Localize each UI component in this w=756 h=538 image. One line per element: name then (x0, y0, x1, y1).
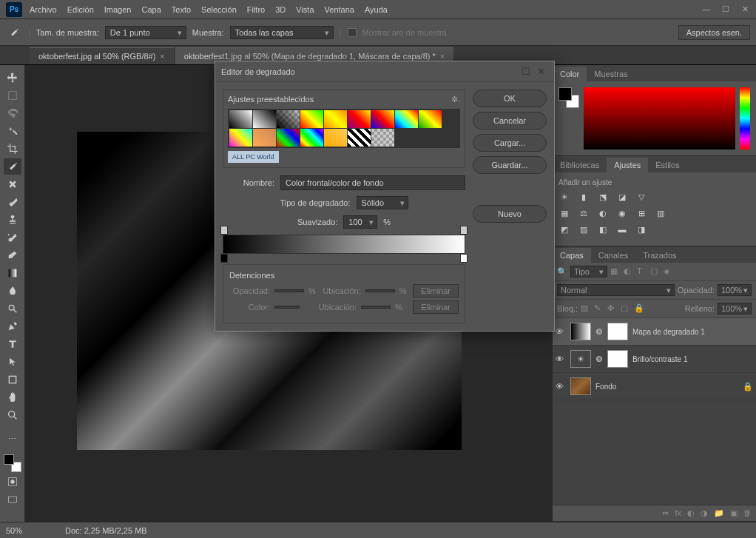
save-button[interactable]: Guardar... (473, 156, 547, 174)
delete-color-stop-button[interactable]: Eliminar (413, 300, 459, 314)
dialog-maximize-icon[interactable]: ☐ (519, 66, 533, 77)
menu-ventana[interactable]: Ventana (325, 5, 354, 14)
fill-input[interactable]: 100% (718, 303, 752, 315)
layer-filter-select[interactable]: Tipo (570, 266, 607, 278)
new-group-icon[interactable]: 📁 (714, 508, 724, 518)
eyedropper-tool[interactable] (4, 158, 21, 175)
filter-type-icon[interactable]: T (637, 266, 647, 277)
menu-ayuda[interactable]: Ayuda (365, 5, 388, 14)
adj-invert-icon[interactable]: ◩ (558, 223, 570, 235)
opacity-input[interactable]: 100% (718, 284, 752, 296)
delete-layer-icon[interactable]: 🗑 (743, 508, 752, 518)
new-button[interactable]: Nuevo (473, 205, 547, 223)
minimize-button[interactable]: — (701, 4, 712, 14)
zoom-tool[interactable] (4, 407, 21, 423)
history-brush-tool[interactable] (4, 229, 21, 246)
menu-filtro[interactable]: Filtro (247, 5, 265, 14)
tab-layers[interactable]: Capas (553, 248, 591, 263)
gradient-preset[interactable] (277, 129, 300, 147)
doc-info[interactable]: Doc: 2,25 MB/2,25 MB (65, 526, 147, 535)
tab-color[interactable]: Color (553, 67, 587, 81)
layer-name[interactable]: Brillo/contraste 1 (632, 355, 753, 363)
tab-styles[interactable]: Estilos (648, 158, 686, 172)
gradient-preset[interactable] (419, 110, 442, 128)
maximize-button[interactable]: ☐ (720, 4, 731, 14)
menu-imagen[interactable]: Imagen (104, 5, 132, 14)
marquee-tool[interactable] (4, 87, 21, 104)
filter-adjust-icon[interactable]: ◐ (624, 266, 634, 277)
lasso-tool[interactable] (4, 105, 21, 121)
mask-thumb[interactable] (607, 323, 628, 340)
adj-bw-icon[interactable]: ◐ (597, 207, 609, 219)
shape-tool[interactable] (4, 371, 21, 388)
adj-vibrance-icon[interactable]: ▽ (635, 191, 647, 203)
layer-thumb[interactable] (570, 377, 591, 395)
gradient-preset[interactable] (348, 129, 371, 147)
move-tool[interactable] (4, 70, 21, 86)
gradient-bar[interactable] (223, 235, 465, 254)
new-layer-icon[interactable]: ▣ (730, 508, 738, 518)
color-stop-right[interactable] (460, 254, 468, 263)
gradient-preset[interactable] (300, 110, 323, 128)
opacity-stop-left[interactable] (220, 226, 228, 235)
layer-row[interactable]: 👁 ❽ Mapa de degradado 1 (553, 318, 756, 346)
gradient-preset[interactable] (253, 110, 276, 128)
edit-toolbar-button[interactable]: ⋯ (4, 431, 21, 447)
menu-vista[interactable]: Vista (296, 5, 314, 14)
gradient-preset[interactable] (395, 110, 418, 128)
screen-mode-button[interactable] (4, 491, 21, 508)
dialog-titlebar[interactable]: Editor de degradado ☐ ✕ (215, 61, 554, 82)
fx-icon[interactable]: fx (675, 508, 681, 518)
adj-brightness-icon[interactable]: ☀ (558, 191, 570, 203)
gradient-type-select[interactable]: Sólido (357, 196, 408, 209)
menu-archivo[interactable]: Archivo (30, 5, 57, 14)
close-button[interactable]: ✕ (740, 4, 750, 14)
layer-thumb[interactable] (570, 323, 591, 340)
gradient-preset[interactable] (300, 129, 323, 147)
mask-icon[interactable]: ◐ (687, 508, 695, 518)
gradient-preset[interactable] (324, 129, 347, 147)
adj-photo-filter-icon[interactable]: ◉ (616, 207, 628, 219)
dodge-tool[interactable] (4, 300, 21, 317)
filter-pixel-icon[interactable]: ▦ (610, 266, 621, 277)
adj-gradient-map-icon[interactable]: ▬ (616, 223, 628, 235)
dialog-close-icon[interactable]: ✕ (533, 66, 548, 77)
menu-capa[interactable]: Capa (141, 5, 161, 14)
menu-seleccion[interactable]: Selección (201, 5, 237, 14)
tab-libraries[interactable]: Bibliotecas (553, 158, 607, 172)
heal-tool[interactable] (4, 176, 21, 192)
location-input[interactable] (365, 289, 395, 292)
gradient-preset[interactable] (371, 110, 394, 128)
workspace-button[interactable]: Aspectos esen. (678, 25, 750, 40)
visibility-icon[interactable]: 👁 (556, 327, 566, 336)
tab-adjustments[interactable]: Ajustes (607, 158, 648, 172)
color-swatch[interactable] (4, 454, 21, 472)
adj-exposure-icon[interactable]: ◪ (616, 191, 628, 203)
layer-thumb[interactable]: ☀ (570, 350, 591, 368)
lock-artboard-icon[interactable]: ▢ (621, 303, 631, 314)
lock-all-icon[interactable]: 🔒 (634, 303, 644, 314)
eraser-tool[interactable] (4, 247, 21, 263)
opacity-stop-input[interactable] (274, 289, 304, 292)
doc-tab-1[interactable]: oktoberfest.jpg al 50% (RGB/8#) × (30, 47, 174, 64)
color-picker-field[interactable] (584, 87, 735, 149)
adj-posterize-icon[interactable]: ▨ (578, 223, 590, 235)
presets-gear-icon[interactable]: ✲. (451, 95, 460, 104)
new-fill-icon[interactable]: ◑ (701, 508, 708, 518)
adj-curves-icon[interactable]: ⬔ (597, 191, 609, 203)
menu-texto[interactable]: Texto (172, 5, 191, 14)
path-select-tool[interactable] (4, 354, 21, 370)
layer-name[interactable]: Fondo (595, 383, 738, 391)
delete-opacity-stop-button[interactable]: Eliminar (413, 284, 459, 297)
close-tab-icon[interactable]: × (160, 52, 164, 61)
stamp-tool[interactable] (4, 212, 21, 228)
panel-color-swatch[interactable] (558, 87, 579, 108)
mask-thumb[interactable] (607, 350, 628, 368)
gradient-preset[interactable] (253, 129, 276, 147)
adj-threshold-icon[interactable]: ◧ (597, 223, 609, 235)
hand-tool[interactable] (4, 389, 21, 406)
sample-select[interactable]: Todas las capas (230, 26, 334, 39)
layer-name[interactable]: Mapa de degradado 1 (632, 328, 753, 336)
zoom-display[interactable]: 50% (6, 526, 50, 535)
cancel-button[interactable]: Cancelar (473, 112, 547, 130)
